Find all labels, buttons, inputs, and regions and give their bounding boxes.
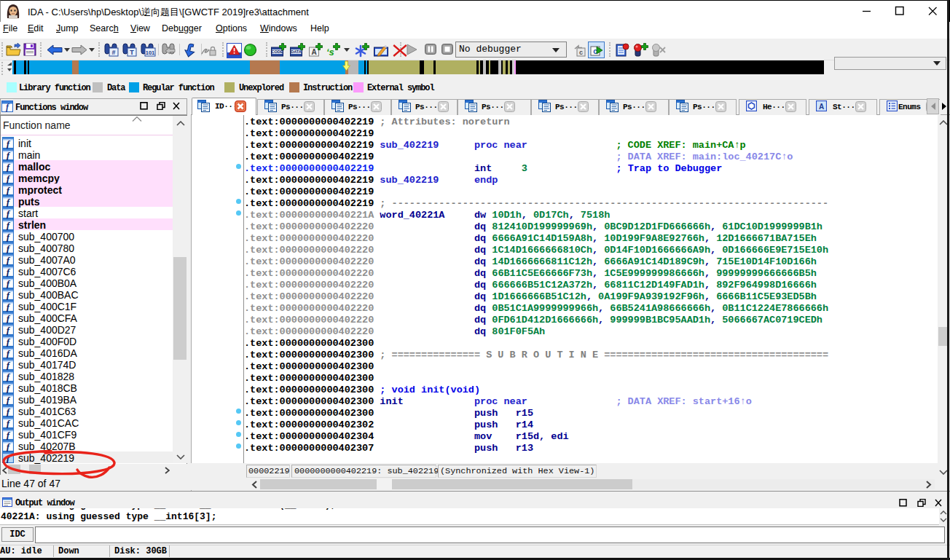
svg-text:101: 101: [146, 50, 155, 56]
svg-text:‘s: ‘s: [326, 47, 334, 58]
svg-text:A: A: [311, 48, 316, 56]
svg-text:CODE: CODE: [272, 50, 283, 54]
svg-text:#: #: [111, 49, 115, 56]
svg-text:DATA: DATA: [291, 50, 301, 54]
svg-text:A: A: [819, 103, 824, 111]
svg-text:T: T: [130, 49, 134, 56]
svg-text:c: c: [579, 49, 583, 56]
